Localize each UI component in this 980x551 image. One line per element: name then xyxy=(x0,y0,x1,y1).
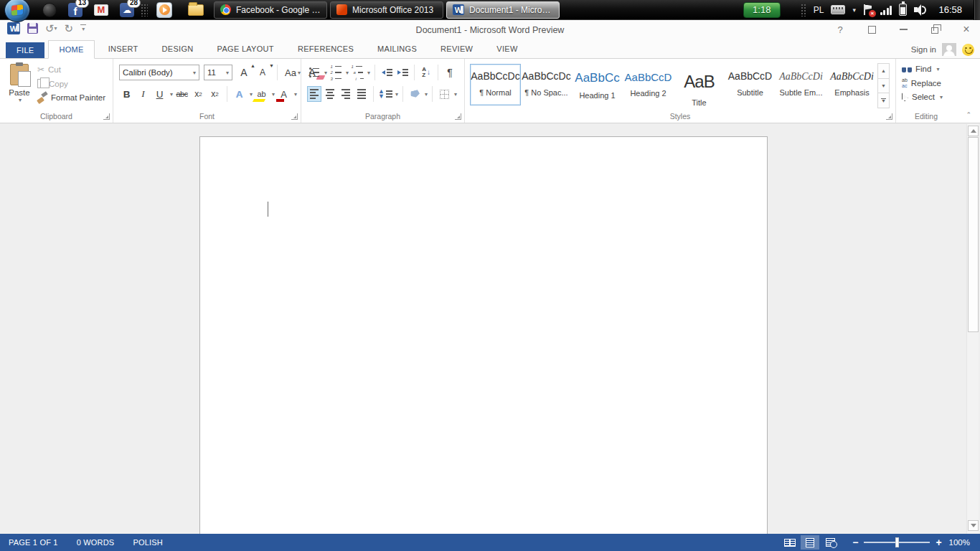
numbering-button[interactable]: 123 xyxy=(329,65,343,80)
styles-scroll-down-button[interactable]: ▼ xyxy=(877,78,890,94)
font-color-dropdown-icon[interactable]: ▾ xyxy=(294,91,297,98)
taskbar-button-word[interactable]: W Document1 - Micros... xyxy=(446,1,560,19)
subscript-button[interactable]: x2 xyxy=(191,86,206,102)
text-effects-dropdown-icon[interactable]: ▾ xyxy=(250,91,253,98)
borders-button[interactable] xyxy=(437,86,451,102)
underline-dropdown-icon[interactable]: ▾ xyxy=(170,91,173,98)
find-button[interactable]: Find ▾ xyxy=(902,65,943,73)
underline-button[interactable]: U xyxy=(152,86,167,102)
action-center-icon[interactable]: × xyxy=(863,4,873,16)
style-title[interactable]: AaB Title xyxy=(674,64,725,105)
avatar[interactable] xyxy=(942,43,956,56)
multilevel-list-button[interactable]: 1ai xyxy=(350,65,364,80)
web-layout-button[interactable] xyxy=(821,535,839,550)
document-page[interactable] xyxy=(199,136,768,534)
bold-button[interactable]: B xyxy=(119,86,134,102)
font-name-dropdown-icon[interactable]: ▾ xyxy=(193,70,196,76)
page-count-indicator[interactable]: PAGE 1 OF 1 xyxy=(9,538,58,547)
zoom-slider[interactable] xyxy=(864,542,930,543)
increase-indent-button[interactable] xyxy=(395,65,410,80)
font-dialog-launcher[interactable] xyxy=(291,113,298,120)
word-count-indicator[interactable]: 0 WORDS xyxy=(77,538,115,547)
tab-review[interactable]: REVIEW xyxy=(430,39,483,58)
pinned-app-facebook[interactable]: f 13 xyxy=(67,2,83,18)
highlight-dropdown-icon[interactable]: ▾ xyxy=(272,91,275,98)
styles-scroll-up-button[interactable]: ▲ xyxy=(877,63,890,79)
taskbar-button-chrome[interactable]: Facebook - Google C... xyxy=(214,1,327,19)
copy-button[interactable]: Copy xyxy=(37,79,105,88)
tab-home[interactable]: HOME xyxy=(48,40,94,59)
bullets-button[interactable] xyxy=(307,65,321,80)
zoom-slider-handle[interactable] xyxy=(895,537,899,547)
italic-button[interactable]: I xyxy=(136,86,151,102)
align-center-button[interactable] xyxy=(323,86,337,102)
justify-button[interactable] xyxy=(354,86,369,102)
style-no-spacing[interactable]: AaBbCcDc ¶ No Spac... xyxy=(521,64,572,105)
grow-font-button[interactable]: A▲ xyxy=(237,65,251,80)
style-heading-2[interactable]: AaBbCcD Heading 2 xyxy=(623,64,674,105)
styles-dialog-launcher[interactable] xyxy=(886,113,892,120)
style-heading-1[interactable]: AaBbCc Heading 1 xyxy=(572,64,623,105)
fullscreen-button[interactable] xyxy=(864,23,880,36)
style-subtle-emphasis[interactable]: AaBbCcDi Subtle Em... xyxy=(776,64,826,105)
style-subtitle[interactable]: AaBbCcD Subtitle xyxy=(725,64,776,105)
tab-page-layout[interactable]: PAGE LAYOUT xyxy=(207,39,284,58)
language-indicator-status[interactable]: POLISH xyxy=(133,538,163,547)
tab-view[interactable]: VIEW xyxy=(486,39,527,58)
format-painter-button[interactable]: Format Painter xyxy=(37,93,105,103)
restore-button[interactable] xyxy=(927,23,943,36)
scrollbar-thumb[interactable] xyxy=(968,137,979,332)
select-button[interactable]: Select ▾ xyxy=(902,93,943,101)
pinned-app-cloud[interactable]: ☁ 28 xyxy=(119,2,135,18)
scroll-up-button[interactable] xyxy=(968,126,979,136)
select-dropdown-icon[interactable]: ▾ xyxy=(940,94,943,100)
line-spacing-dropdown-icon[interactable]: ▾ xyxy=(395,91,398,98)
bullets-dropdown-icon[interactable]: ▾ xyxy=(324,70,327,76)
tab-mailings[interactable]: MAILINGS xyxy=(367,39,427,58)
font-size-dropdown-icon[interactable]: ▾ xyxy=(226,70,229,76)
sort-button[interactable]: AZ ↓ xyxy=(419,65,433,80)
paragraph-dialog-launcher[interactable] xyxy=(455,113,461,120)
styles-more-button[interactable]: ▼ xyxy=(877,93,890,108)
font-size-combo[interactable]: 11▾ xyxy=(204,65,232,80)
language-indicator[interactable]: PL xyxy=(814,5,824,15)
pinned-app-explorer[interactable] xyxy=(188,2,204,18)
clipboard-dialog-launcher[interactable] xyxy=(103,113,110,120)
tab-insert[interactable]: INSERT xyxy=(98,39,149,58)
help-button[interactable]: ? xyxy=(832,23,848,36)
shading-dropdown-icon[interactable]: ▾ xyxy=(425,91,428,98)
pinned-app-bird[interactable] xyxy=(42,2,57,18)
close-button[interactable]: × xyxy=(958,23,974,36)
feedback-smiley-icon[interactable] xyxy=(962,44,974,56)
decrease-indent-button[interactable] xyxy=(380,65,394,80)
vertical-scrollbar[interactable] xyxy=(966,124,979,534)
volume-icon[interactable] xyxy=(914,4,927,16)
pinned-app-gmail[interactable]: M xyxy=(93,2,109,18)
sign-in-link[interactable]: Sign in xyxy=(911,45,936,54)
keyboard-icon[interactable] xyxy=(831,5,845,14)
replace-button[interactable]: ab ac Replace xyxy=(902,77,943,88)
pinned-app-media-player[interactable] xyxy=(156,2,172,18)
style-normal[interactable]: AaBbCcDc ¶ Normal xyxy=(470,64,521,105)
taskbar-button-office[interactable]: Microsoft Office 2013 xyxy=(330,1,443,19)
tab-file[interactable]: FILE xyxy=(6,42,44,58)
find-dropdown-icon[interactable]: ▾ xyxy=(936,66,939,72)
zoom-out-button[interactable]: − xyxy=(852,537,858,548)
tab-design[interactable]: DESIGN xyxy=(152,39,204,58)
start-button[interactable] xyxy=(4,0,30,22)
zoom-in-button[interactable]: + xyxy=(936,537,941,548)
shrink-font-button[interactable]: A▼ xyxy=(255,65,270,80)
highlight-button[interactable]: ab xyxy=(254,86,269,102)
multilevel-dropdown-icon[interactable]: ▾ xyxy=(367,70,370,76)
shading-button[interactable] xyxy=(407,86,422,102)
font-name-combo[interactable]: Calibri (Body)▾ xyxy=(119,65,199,80)
change-case-button[interactable]: Aa▾ xyxy=(285,65,301,80)
borders-dropdown-icon[interactable]: ▾ xyxy=(454,91,457,98)
tray-chevron-icon[interactable]: ▾ xyxy=(852,6,856,14)
print-layout-button[interactable] xyxy=(801,535,819,550)
network-icon[interactable] xyxy=(880,5,892,15)
paste-button[interactable]: Paste ▾ xyxy=(4,64,34,110)
superscript-button[interactable]: x2 xyxy=(207,86,222,102)
read-mode-button[interactable] xyxy=(781,535,799,550)
align-left-button[interactable] xyxy=(307,86,321,102)
